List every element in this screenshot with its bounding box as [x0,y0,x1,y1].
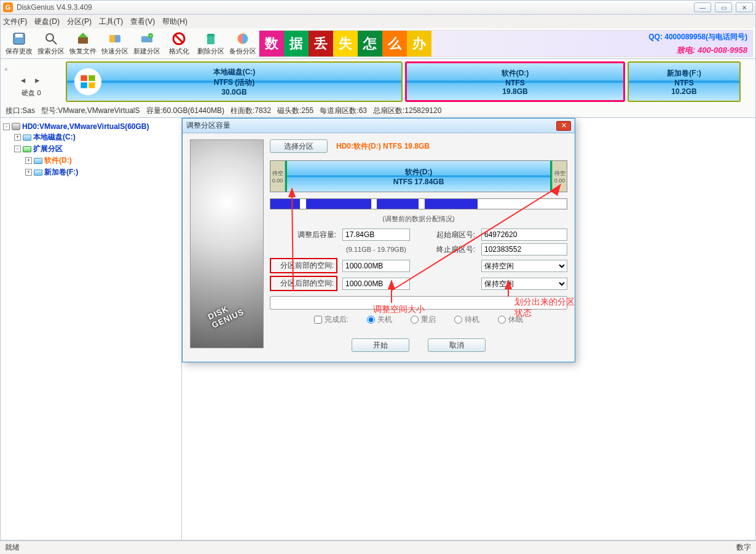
input-back-space[interactable] [342,278,410,290]
tree-volume-d[interactable]: +软件(D:) [3,155,179,166]
svg-marker-13 [207,34,215,36]
minimap-back-edge[interactable]: 待空0.00 [552,161,567,192]
menu-bar: 文件(F) 硬盘(D) 分区(P) 工具(T) 查看(V) 帮助(H) [0,15,756,28]
expander-icon[interactable]: + [25,169,32,176]
info-heads: 磁头数:255 [277,106,313,116]
menu-partition[interactable]: 分区(P) [67,17,92,27]
status-bar: 就绪 数字 [0,540,756,554]
volume-icon [34,170,42,176]
minimap-front-edge[interactable]: 待空0.00 [270,161,285,192]
banner-char: 据 [284,31,309,57]
delete-icon [202,31,220,47]
svg-rect-16 [81,76,87,81]
lbl-after-size: 调整后容量: [270,230,337,240]
start-button[interactable]: 开始 [352,338,409,352]
expander-icon[interactable]: - [3,123,10,130]
svg-point-2 [46,34,53,41]
close-button[interactable]: ✕ [736,2,753,12]
input-front-space[interactable] [342,260,410,272]
banner-char: 失 [333,31,358,57]
disk-nav[interactable]: ◄ ► [19,76,43,85]
annot-adjust-size: 调整空间大小 [373,304,425,315]
before-hint: (调整前的数据分配情况) [270,214,567,224]
annot-split-state: 划分出来的分区状态 [514,297,575,319]
minimize-button[interactable]: — [694,2,711,12]
toolbar: 保存更改 搜索分区 恢复文件 快速分区 +新建分区 格式化 删除分区 备份分区 … [0,28,756,59]
info-interface: 接口:Sas [6,106,35,116]
select-front-action[interactable]: 保持空闲 [481,260,567,272]
partition-block[interactable]: 软件(D:)NTFS19.8GB [405,61,625,102]
cancel-button[interactable]: 取消 [428,338,486,352]
expander-icon[interactable]: + [14,134,21,141]
lbl-start-sector: 起始扇区号: [415,230,476,240]
info-model: 型号:VMware,VMwareVirtualS [41,106,140,116]
svg-line-12 [175,35,183,42]
chk-after-done[interactable]: 完成后: [314,314,348,325]
status-right: 数字 [736,542,751,553]
input-start-sector[interactable] [481,228,567,241]
usage-bar [270,198,567,209]
input-end-sector[interactable] [481,243,567,256]
search-icon [42,31,60,47]
recover-icon [74,31,92,47]
tree-volume-f[interactable]: +新加卷(F:) [3,166,179,178]
hdd-icon [12,123,20,130]
select-partition-button[interactable]: 选择分区 [270,139,328,153]
volume-icon [23,135,31,141]
input-after-size[interactable] [342,228,410,241]
dialog-close-button[interactable]: ✕ [556,121,571,131]
tree-root[interactable]: -HD0:VMware,VMwareVirtualS(60GB) [3,122,179,131]
tb-format[interactable]: 格式化 [163,29,195,58]
menu-file[interactable]: 文件(F) [3,17,27,27]
backup-icon [234,31,252,47]
menu-tools[interactable]: 工具(T) [99,17,123,27]
menu-help[interactable]: 帮助(H) [162,17,187,27]
tb-new[interactable]: +新建分区 [131,29,163,58]
svg-line-3 [53,41,57,44]
disk-info-line: 接口:Sas 型号:VMware,VMwareVirtualS 容量:60.0G… [0,104,756,118]
radio-reboot[interactable]: 重启 [411,314,436,325]
menu-disk[interactable]: 硬盘(D) [34,17,60,27]
lbl-end-sector: 终止扇区号: [415,244,476,255]
partition-block[interactable]: 新加卷(F:)NTFS10.2GB [628,61,741,102]
title-bar: G DiskGenius V4.9.3.409 — ▭ ✕ [0,0,756,15]
radio-shutdown[interactable]: 关机 [367,314,392,325]
info-total-sectors: 总扇区数:125829120 [373,106,441,116]
quick-partition-icon [106,31,124,47]
dialog-title: 调整分区容量 [186,120,230,131]
partition-block[interactable]: 本地磁盘(C:)NTFS (活动)30.0GB [66,61,403,102]
banner: 数据丢失怎么办 DiskGenius团队为您服务! 致电: 400-008-99… [259,30,753,57]
tb-delete[interactable]: 删除分区 [195,29,227,58]
expander-icon[interactable]: - [14,146,21,152]
tree-volume-c[interactable]: +本地磁盘(C:) [3,131,179,143]
info-cylinders: 柱面数:7832 [230,106,271,116]
dialog-title-bar[interactable]: 调整分区容量 ✕ [183,119,575,133]
banner-qq: QQ: 4000089958(与电话同号) [648,32,747,42]
expander-icon[interactable]: + [25,157,32,164]
svg-rect-14 [207,36,215,44]
content-pane: 调整分区容量 ✕ 选择分区 HD0:软件(D:) NTFS 19.8GB 待空0… [182,118,755,540]
disk-map: 本地磁盘(C:)NTFS (活动)30.0GB软件(D:)NTFS19.8GB新… [62,59,755,104]
tb-backup[interactable]: 备份分区 [227,29,259,58]
tb-search[interactable]: 搜索分区 [35,29,67,58]
menu-view[interactable]: 查看(V) [130,17,155,27]
resize-minimap[interactable]: 待空0.00 软件(D:) NTFS 17.84GB 待空0.00 [270,160,567,192]
maximize-button[interactable]: ▭ [715,2,732,12]
svg-rect-4 [78,37,88,44]
range-hint: (9.11GB - 19.79GB) [342,246,410,253]
lbl-back-space: 分区后部的空间: [270,276,337,291]
radio-standby[interactable]: 待机 [454,314,479,325]
tree-extended[interactable]: -扩展分区 [3,143,179,155]
info-sectors-per-track: 每道扇区数:63 [320,106,367,116]
tb-recover[interactable]: 恢复文件 [67,29,99,58]
select-back-action[interactable]: 保持空闲 [481,278,567,290]
extended-icon [23,146,31,152]
tb-quick[interactable]: 快速分区 [99,29,131,58]
banner-char: 丢 [309,31,333,57]
tb-save[interactable]: 保存更改 [3,29,35,58]
resize-form: 调整后容量: 起始扇区号: (9.11GB - 19.79GB) 终止扇区号: … [270,228,567,291]
svg-rect-7 [109,35,115,42]
tree-pane[interactable]: -HD0:VMware,VMwareVirtualS(60GB) +本地磁盘(C… [1,118,182,540]
minimap-center[interactable]: 软件(D:) NTFS 17.84GB [285,161,552,192]
disk-map-side: « ◄ ► 硬盘 0 [1,59,62,104]
